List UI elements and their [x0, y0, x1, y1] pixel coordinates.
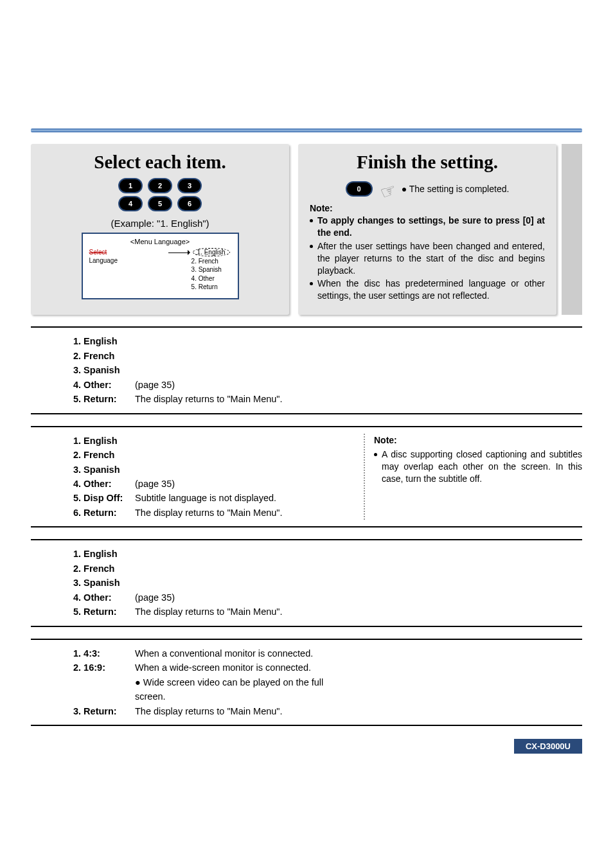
opt-label: 4. Other: — [73, 378, 135, 392]
opt-label: 1. English — [73, 434, 135, 448]
remote-key-5[interactable]: 5 — [148, 196, 172, 211]
remote-key-0[interactable]: 0 — [346, 181, 373, 197]
osd-menu-language: <Menu Language> Select Language 1. Engli… — [82, 233, 239, 299]
opt-label: 5. Return: — [73, 392, 135, 406]
subtitle-note-text: A disc supporting closed captioning and … — [374, 448, 582, 485]
osd-title: <Menu Language> — [89, 238, 231, 245]
step2-title: Select each item. — [42, 152, 278, 173]
osd-item-french[interactable]: 2. French — [191, 257, 231, 266]
setting-completed-text: ● The setting is completed. — [402, 184, 510, 194]
step3-title: Finish the setting. — [310, 152, 545, 173]
osd-left-select: Select — [89, 248, 118, 256]
osd-language-list: 1. English 2. French 3. Spanish 4. Other… — [191, 248, 231, 292]
remote-keypad: 1 2 3 4 5 6 — [42, 178, 278, 211]
header-band — [31, 26, 582, 128]
tv-aspect-options: 1. 4:3:When a conventional monitor is co… — [31, 639, 582, 726]
remote-key-4[interactable]: 4 — [118, 196, 143, 211]
note-label: Note: — [310, 203, 545, 213]
remote-key-3[interactable]: 3 — [177, 178, 202, 193]
example-caption: (Example: "1. English") — [42, 218, 278, 229]
osd-left-language: Language — [89, 256, 118, 265]
opt-label: 3. Spanish — [73, 576, 135, 590]
opt-label: 2. French — [73, 562, 135, 576]
opt-label — [73, 675, 135, 704]
opt-label: 6. Return: — [73, 506, 135, 520]
note-predetermined: When the disc has predetermined language… — [310, 278, 545, 302]
blue-divider — [31, 128, 582, 132]
osd-left-labels: Select Language — [89, 248, 118, 292]
opt-label: 4. Other: — [73, 590, 135, 605]
osd-item-other[interactable]: 4. Other — [191, 274, 231, 283]
step-select-item-card: Select each item. 1 2 3 4 5 6 (Example: … — [31, 144, 289, 315]
opt-label: 2. 16:9: — [73, 660, 135, 675]
note-press-0: To apply changes to settings, be sure to… — [310, 215, 545, 239]
model-badge: CX-D3000U — [514, 739, 582, 754]
finish-notes-list: To apply changes to settings, be sure to… — [310, 215, 545, 302]
opt-label: 2. French — [73, 448, 135, 462]
opt-label: 3. Return: — [73, 704, 135, 718]
note-after-change: After the user settings have been change… — [310, 240, 545, 277]
subtitle-note-block: Note: A disc supporting closed captionin… — [364, 434, 582, 520]
opt-label: 1. 4:3: — [73, 646, 135, 660]
menu-language-options: 1. English 2. French 3. Spanish 4. Other… — [31, 326, 582, 414]
opt-label: 4. Other: — [73, 477, 135, 491]
osd-item-return[interactable]: 5. Return — [191, 283, 231, 292]
opt-label: 3. Spanish — [73, 463, 135, 477]
osd-item-spanish[interactable]: 3. Spanish — [191, 265, 231, 274]
side-tab — [562, 144, 582, 315]
opt-label: 1. English — [73, 334, 135, 348]
note-label: Note: — [374, 434, 582, 448]
remote-key-2[interactable]: 2 — [148, 178, 172, 193]
step-finish-setting-card: Finish the setting. 0 ☞ ● The setting is… — [298, 144, 556, 315]
audio-language-options: 1. English 2. French 3. Spanish 4. Other… — [31, 539, 582, 626]
remote-key-6[interactable]: 6 — [177, 196, 202, 211]
remote-key-1[interactable]: 1 — [118, 178, 143, 193]
subtitle-language-options: 1. English 2. French 3. Spanish 4. Other… — [31, 426, 582, 528]
opt-label: 3. Spanish — [73, 363, 135, 377]
osd-item-english[interactable]: 1. English — [193, 248, 230, 256]
opt-label: 5. Return: — [73, 605, 135, 619]
opt-label: 1. English — [73, 547, 135, 561]
press-hand-icon: ☞ — [377, 179, 400, 204]
opt-label: 2. French — [73, 349, 135, 363]
opt-label: 5. Disp Off: — [73, 491, 135, 505]
